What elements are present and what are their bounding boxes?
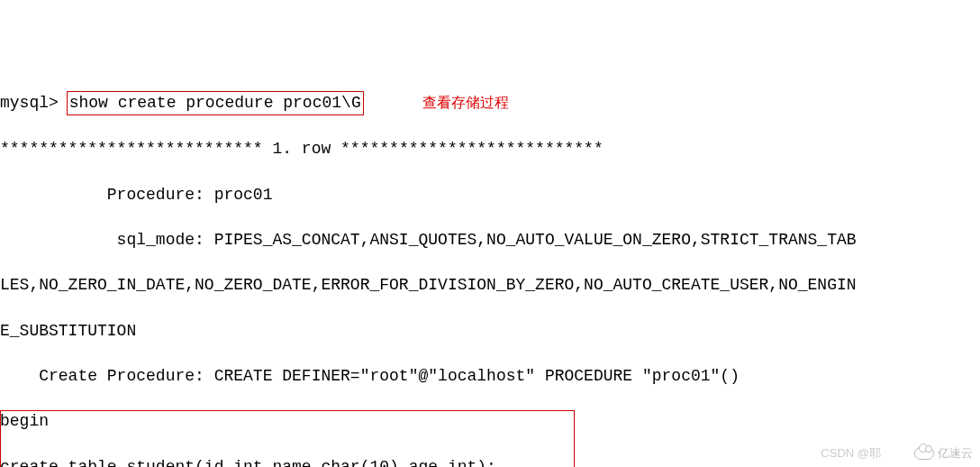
watermark-csdn: CSDN @耶 [821, 445, 881, 462]
annotation-text: 查看存储过程 [422, 95, 509, 110]
body-begin: begin [0, 410, 980, 433]
command-line: mysql> show create procedure proc01\G 查看… [0, 91, 980, 115]
command-box: show create procedure proc01\G [67, 91, 364, 115]
mysql-prompt: mysql> [0, 94, 68, 112]
create-procedure-line: Create Procedure: CREATE DEFINER="root"@… [0, 365, 980, 388]
sql-mode-line1: sql_mode: PIPES_AS_CONCAT,ANSI_QUOTES,NO… [0, 229, 980, 252]
row-separator: *************************** 1. row *****… [0, 138, 980, 160]
procedure-line: Procedure: proc01 [0, 184, 980, 206]
cloud-icon [914, 447, 934, 460]
watermark-brand: 亿速云 [914, 445, 973, 462]
sql-mode-line3: E_SUBSTITUTION [0, 320, 980, 343]
command-text: show create procedure proc01\G [69, 94, 361, 112]
sql-mode-line2: LES,NO_ZERO_IN_DATE,NO_ZERO_DATE,ERROR_F… [0, 274, 980, 297]
